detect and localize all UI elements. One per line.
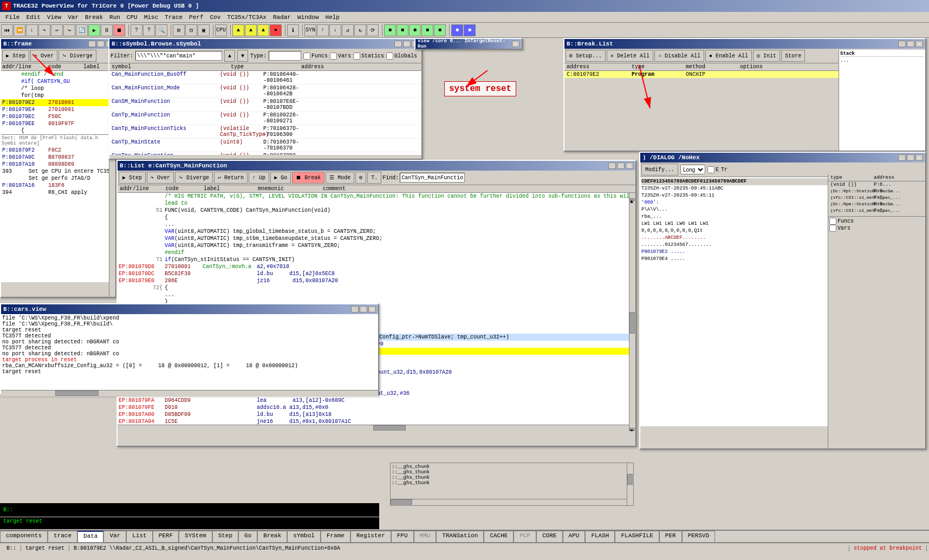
code-hscrollbar[interactable] [118, 425, 629, 431]
tab-fpu[interactable]: FPU [391, 531, 414, 542]
toolbar-btn-rot1[interactable]: ↺ [342, 24, 354, 36]
toolbar-btn-cpu[interactable]: CPU [215, 24, 227, 36]
bcars-win-min[interactable]: _ [351, 306, 359, 312]
ghs-vscrollbar[interactable] [627, 463, 633, 505]
toolbar-btn-undo[interactable]: ↩ [51, 24, 63, 36]
menu-perf[interactable]: Perf [186, 13, 206, 22]
toolbar-btn-step[interactable]: ↓ [26, 24, 38, 36]
toolbar-btn-redo[interactable]: ↪ [63, 24, 75, 36]
break-enable-all-btn[interactable]: ● Enable All [705, 50, 752, 62]
tab-apu[interactable]: APU [563, 531, 586, 542]
find-input[interactable] [400, 173, 465, 183]
tab-trace[interactable]: trace [48, 531, 77, 542]
break-win-min[interactable]: _ [898, 41, 906, 47]
ghs-vscrollbar-thumb[interactable] [627, 474, 633, 485]
code-up-btn[interactable]: ↑ Up [249, 172, 269, 184]
frame-win-max[interactable]: □ [97, 41, 105, 47]
hex-vars-cb[interactable] [829, 225, 836, 232]
menu-run[interactable]: Run [106, 13, 124, 22]
toolbar-btn-over[interactable]: ↷ [38, 24, 50, 36]
code-scrollbar-top-btn[interactable]: ▲ [629, 198, 635, 201]
toolbar-btn-green4[interactable]: ■ [421, 24, 433, 36]
break-win-close[interactable]: ✕ [915, 41, 923, 47]
frame-over-btn[interactable]: ↷ Over [30, 50, 57, 62]
symbol-row-3[interactable]: CanSM_MainFunction (void ()) P:80107E6E-… [109, 98, 421, 112]
toolbar-btn-go[interactable]: ▶ [88, 24, 100, 36]
tab-register[interactable]: Register [350, 531, 391, 542]
toolbar-btn-green1[interactable]: ■ [384, 24, 396, 36]
code-break-btn[interactable]: ⏹ Break [292, 172, 324, 184]
tab-persvd[interactable]: PERSVD [682, 531, 716, 542]
code-step-btn[interactable]: ▶ Step [119, 172, 146, 184]
menu-misc[interactable]: Misc [141, 13, 161, 22]
toolbar-btn-grid2[interactable]: ⊟ [185, 24, 197, 36]
toolbar-btn-green5[interactable]: ■ [434, 24, 446, 36]
toolbar-btn-rot2[interactable]: ↻ [354, 24, 366, 36]
toolbar-btn-green2[interactable]: ■ [397, 24, 408, 36]
menu-tc35x[interactable]: TC35x/TC3Ax [224, 13, 270, 22]
menu-window[interactable]: Window [294, 13, 322, 22]
hex-win-max[interactable]: □ [907, 154, 914, 161]
toolbar-btn-a1[interactable]: ▲ [232, 24, 244, 36]
toolbar-btn-refresh[interactable]: 🔄 [76, 24, 88, 36]
code-scrollbar[interactable]: ▲ ▼ [629, 193, 635, 431]
tab-perf[interactable]: PERF [153, 531, 179, 542]
filter-btn-down[interactable]: ▼ [237, 50, 248, 62]
toolbar-btn-view[interactable]: ▣ [198, 24, 210, 36]
toolbar-btn-rot3[interactable]: ⟳ [367, 24, 379, 36]
bcars-win-close[interactable]: ✕ [368, 306, 376, 312]
code-t-btn[interactable]: T. [367, 172, 381, 184]
toolbar-btn-help2[interactable]: ? [143, 24, 155, 36]
code-go-btn[interactable]: ▶ Go [270, 172, 291, 184]
type-input[interactable] [269, 51, 301, 61]
frame-diverge-btn[interactable]: ⤷ Diverge [59, 50, 96, 62]
break-delete-all-btn[interactable]: ✕ Delete All [607, 50, 653, 62]
code-diverge-btn[interactable]: ⤷ Diverge [175, 172, 213, 184]
symbol-row-7[interactable]: CanTpx_MainFunction (void ()) P:801079D8… [109, 152, 421, 155]
toolbar-btn-search[interactable]: 🔍 [155, 24, 167, 36]
filter-input[interactable] [135, 51, 222, 61]
code-return-btn[interactable]: ↩ Return [214, 172, 248, 184]
tab-mmu[interactable]: MMU [414, 531, 437, 542]
tab-go[interactable]: Go [238, 531, 257, 542]
toolbar-btn-red1[interactable]: ● [270, 24, 282, 36]
code-over-btn[interactable]: ↷ Over [147, 172, 174, 184]
frame-window-titlebar[interactable]: B::frame _ □ ✕ [1, 39, 115, 49]
menu-var[interactable]: Var [64, 13, 82, 22]
tab-core[interactable]: CORE [536, 531, 562, 542]
ghs-hscrollbar[interactable] [391, 499, 627, 505]
symbol-row-4[interactable]: CanTp_MainFunction (void ()) P:80109226-… [109, 112, 421, 125]
tab-break[interactable]: Break [257, 531, 287, 542]
toolbar-btn-stop[interactable]: ⏹ [113, 24, 125, 36]
symbol-row-1[interactable]: Can_MainFunction_BusOff (void ()) P:8010… [109, 71, 421, 84]
symbol-browser-titlebar[interactable]: B::sSymbol.Browse.sSymbol _ □ ✕ [109, 39, 421, 49]
tab-step[interactable]: Step [212, 531, 238, 542]
hex-win-close[interactable]: ✕ [915, 154, 923, 161]
code-settings-btn[interactable]: ⚙ [355, 172, 366, 184]
tab-var[interactable]: Var [103, 531, 126, 542]
filter-btn-up[interactable]: ▲ [224, 50, 235, 62]
toolbar-btn-green3[interactable]: ■ [409, 24, 421, 36]
main-code-titlebar[interactable]: B::List e:CanTSyn_MainFunction _ □ ✕ [118, 161, 635, 171]
menu-trace[interactable]: Trace [161, 13, 186, 22]
toolbar-btn-a3[interactable]: ▲ [257, 24, 269, 36]
tab-list[interactable]: List [126, 531, 152, 542]
symbol-row-5[interactable]: CanTp_MainFunctionTicks (volatile CanTp_… [109, 125, 421, 139]
tab-system[interactable]: SYStem [179, 531, 212, 542]
hex-funcs-cb[interactable] [829, 218, 836, 225]
symbol-win-max[interactable]: □ [403, 41, 411, 47]
main-code-win-max[interactable]: □ [617, 162, 625, 169]
tab-per[interactable]: PER [659, 531, 682, 542]
toolbar-btn-down[interactable]: ↓ [329, 24, 341, 36]
globals-checkbox-label[interactable]: Globals [386, 53, 417, 60]
break-store-btn[interactable]: Store [781, 50, 805, 62]
toolbar-btn-2[interactable]: ⏪ [14, 24, 25, 36]
bcars-hscrollbar[interactable] [1, 390, 378, 396]
symbol-row-6[interactable]: CanTp_MainState (uint8) D:70106370--7010… [109, 139, 421, 152]
menu-view[interactable]: View [44, 13, 64, 22]
tab-translation[interactable]: TRANSation [436, 531, 484, 542]
break-list-titlebar[interactable]: B::Break.List _ □ ✕ [564, 39, 925, 49]
toolbar-btn-b2[interactable]: ■ [464, 24, 476, 36]
bcars-win-max[interactable]: □ [360, 306, 367, 312]
hex-modify-btn[interactable]: Modify... [641, 164, 678, 175]
